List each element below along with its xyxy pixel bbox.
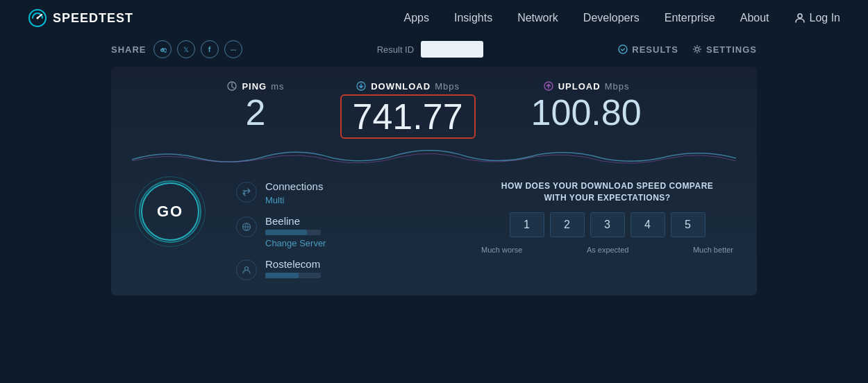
toolbar: SHARE 𝕏 f ··· Result ID	[0, 36, 868, 62]
upload-label: UPLOAD Mbps	[543, 80, 630, 92]
svg-point-2	[37, 17, 39, 19]
user-icon	[794, 12, 806, 24]
server-info: Connections Multi Beeline Change Ser	[236, 180, 451, 280]
nav-item-apps[interactable]: Apps	[404, 12, 429, 24]
connections-details: Connections Multi	[265, 180, 323, 205]
nav-item-insights[interactable]: Insights	[454, 12, 492, 24]
rostelecom-bar	[265, 273, 321, 278]
rostelecom-bar-fill	[265, 273, 299, 278]
action-buttons: RESULTS SETTINGS	[618, 44, 757, 55]
connections-row: Connections Multi	[236, 180, 451, 205]
svg-point-10	[245, 267, 249, 271]
upload-display: UPLOAD Mbps 100.80	[531, 80, 642, 130]
share-more-button[interactable]: ···	[224, 40, 242, 58]
header: SPEEDTEST Apps Insights Network Develope…	[0, 0, 868, 36]
twitter-icon: 𝕏	[183, 46, 189, 53]
beeline-name: Beeline	[265, 215, 326, 227]
share-icons: 𝕏 f ···	[153, 40, 242, 58]
main-panel: PING ms 2 DOWNLOAD Mbps 741.77	[111, 67, 757, 296]
rating-5-button[interactable]: 5	[671, 212, 706, 237]
download-display: DOWNLOAD Mbps 741.77	[340, 80, 476, 139]
ping-value: 2	[245, 94, 265, 130]
nav-item-network[interactable]: Network	[517, 12, 558, 24]
ping-name: PING	[242, 81, 267, 92]
beeline-icon	[236, 216, 257, 237]
download-label: DOWNLOAD Mbps	[356, 80, 460, 92]
settings-button[interactable]: SETTINGS	[692, 44, 757, 55]
rating-3-button[interactable]: 3	[590, 212, 625, 237]
settings-label: SETTINGS	[706, 44, 757, 55]
svg-point-3	[798, 14, 802, 18]
go-button[interactable]: GO	[139, 180, 201, 243]
download-value: 741.77	[340, 94, 476, 139]
globe-icon	[242, 222, 251, 232]
rostelecom-details: Rostelecom	[265, 258, 321, 278]
share-link-button[interactable]	[153, 40, 172, 58]
rating-4-button[interactable]: 4	[631, 212, 665, 237]
share-facebook-button[interactable]: f	[201, 40, 219, 58]
results-icon	[618, 44, 628, 54]
share-label: SHARE	[111, 44, 147, 55]
bottom-section: GO Connections Multi	[132, 173, 736, 280]
beeline-bar	[265, 230, 321, 235]
upload-unit: Mbps	[605, 81, 630, 92]
share-twitter-button[interactable]: 𝕏	[177, 40, 195, 58]
facebook-icon: f	[208, 45, 211, 53]
expectation-section: HOW DOES YOUR DOWNLOAD SPEED COMPAREWITH…	[478, 180, 736, 254]
logo-text: SPEEDTEST	[53, 11, 133, 26]
go-button-wrap: GO	[132, 180, 208, 243]
share-section: SHARE 𝕏 f ···	[111, 40, 242, 58]
more-icon: ···	[230, 44, 236, 55]
connections-label: Connections	[265, 180, 323, 192]
download-name: DOWNLOAD	[371, 81, 431, 92]
download-unit: Mbps	[435, 81, 460, 92]
results-label: RESULTS	[632, 44, 678, 55]
rating-label-left: Much worse	[481, 246, 522, 254]
beeline-bar-fill	[265, 230, 307, 235]
ping-icon	[226, 80, 237, 92]
rostelecom-icon	[236, 259, 257, 280]
connections-value: Multi	[265, 195, 323, 205]
user-circle-icon	[242, 265, 251, 275]
rostelecom-name: Rostelecom	[265, 258, 321, 270]
download-icon	[356, 80, 367, 92]
upload-value: 100.80	[531, 94, 642, 130]
beeline-row: Beeline Change Server	[236, 215, 451, 248]
result-section: Result ID	[377, 41, 483, 58]
wave-svg	[132, 146, 736, 167]
rating-row: 1 2 3 4 5	[478, 212, 736, 237]
login-button[interactable]: Log In	[794, 12, 840, 24]
upload-name: UPLOAD	[558, 81, 601, 92]
logo: SPEEDTEST	[28, 8, 133, 28]
connections-arrows-icon	[242, 187, 251, 197]
rostelecom-row: Rostelecom	[236, 258, 451, 280]
nav-item-about[interactable]: About	[740, 12, 769, 24]
results-button[interactable]: RESULTS	[618, 44, 678, 55]
ping-display: PING ms 2	[226, 80, 284, 130]
beeline-details: Beeline Change Server	[265, 215, 326, 248]
wave-visualization	[132, 146, 736, 167]
rating-1-button[interactable]: 1	[510, 212, 544, 237]
change-server-link[interactable]: Change Server	[265, 238, 326, 248]
ping-unit: ms	[271, 81, 284, 92]
upload-icon	[543, 80, 554, 92]
login-label: Log In	[810, 12, 840, 24]
gear-icon	[692, 44, 702, 54]
main-nav: Apps Insights Network Developers Enterpr…	[404, 12, 840, 24]
rating-label-right: Much better	[693, 246, 733, 254]
rating-labels: Much worse As expected Much better	[478, 246, 736, 254]
result-id-input[interactable]	[421, 41, 483, 58]
speed-display: PING ms 2 DOWNLOAD Mbps 741.77	[132, 80, 736, 139]
rating-label-mid: As expected	[587, 246, 629, 254]
nav-item-enterprise[interactable]: Enterprise	[665, 12, 715, 24]
connections-icon	[236, 182, 257, 203]
svg-point-4	[619, 45, 627, 53]
svg-point-5	[695, 48, 699, 51]
expectation-title-text: HOW DOES YOUR DOWNLOAD SPEED COMPAREWITH…	[501, 181, 714, 203]
expectation-title: HOW DOES YOUR DOWNLOAD SPEED COMPAREWITH…	[478, 180, 736, 204]
rating-2-button[interactable]: 2	[550, 212, 585, 237]
nav-item-developers[interactable]: Developers	[583, 12, 640, 24]
result-id-label: Result ID	[377, 44, 414, 55]
ping-label: PING ms	[226, 80, 284, 92]
link-icon	[158, 45, 167, 53]
